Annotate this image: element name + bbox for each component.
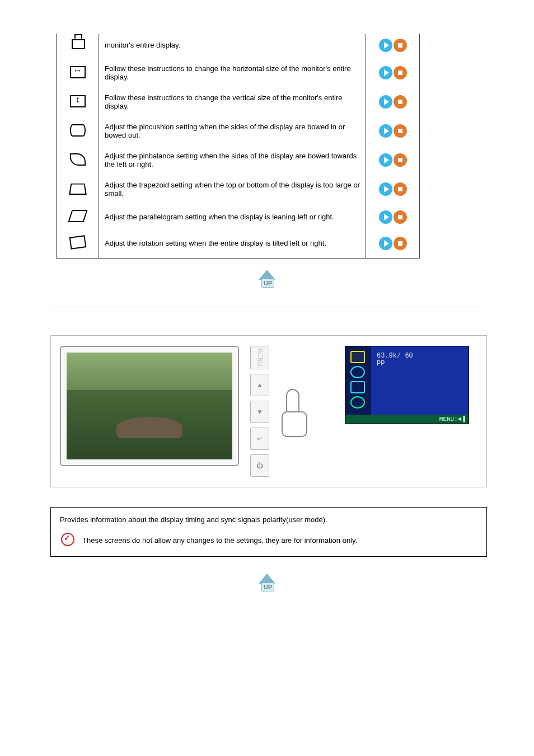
table-row: Adjust the trapezoid setting when the to… — [57, 176, 420, 205]
osd-category-icons — [345, 346, 371, 415]
setting-description: Follow these instructions to change the … — [99, 89, 366, 118]
stop-button[interactable] — [394, 153, 407, 167]
osd-main-panel: 63.9k/ 60 PP — [371, 346, 469, 415]
setting-description: Adjust the pinbalance setting when the s… — [99, 147, 366, 176]
osd-panel: 63.9k/ 60 PP MENU:◄▐ — [345, 346, 469, 424]
setting-icon-cell — [57, 60, 99, 89]
setting-action-cell — [366, 176, 420, 205]
osd-polarity-value: PP — [377, 360, 463, 368]
setting-description: Adjust the trapezoid setting when the to… — [99, 176, 366, 205]
play-button[interactable] — [379, 95, 392, 109]
pinbalance-icon — [70, 153, 86, 166]
table-row: Adjust the rotation setting when the ent… — [57, 232, 420, 259]
stop-button[interactable] — [394, 237, 407, 250]
stop-button[interactable] — [394, 182, 407, 196]
setting-action-cell — [366, 118, 420, 147]
setting-icon-cell — [57, 147, 99, 176]
osd-illustration: MENU ▲ ▼ ↵ ⏻ 63.9k/ 60 PP MENU:◄▐ — [50, 335, 487, 487]
vertical-position-icon — [70, 38, 86, 50]
osd-language-icon — [350, 366, 365, 378]
setting-icon-cell — [57, 89, 99, 118]
pincushion-icon — [70, 124, 86, 137]
osd-picture-icon — [350, 351, 365, 363]
table-row: monitor's entire display. — [57, 34, 420, 60]
setting-action-cell — [366, 60, 420, 89]
information-note: These screens do not allow any changes t… — [82, 536, 357, 544]
setting-action-cell — [366, 205, 420, 232]
monitor-screen — [67, 353, 232, 459]
hand-pointer-icon — [280, 389, 311, 434]
stop-button[interactable] — [394, 66, 407, 79]
setting-action-cell — [366, 147, 420, 176]
setting-icon-cell — [57, 34, 99, 60]
table-row: Adjust the pincushion setting when the s… — [57, 118, 420, 147]
section-divider — [50, 307, 484, 307]
monitor-button-column: MENU ▲ ▼ ↵ ⏻ — [250, 346, 269, 477]
stop-button[interactable] — [394, 124, 407, 138]
setting-icon-cell — [57, 118, 99, 147]
note-icon — [60, 533, 74, 547]
up-link[interactable] — [256, 270, 278, 290]
parallelogram-icon — [68, 210, 87, 222]
information-description-box: Provides information about the display t… — [50, 507, 487, 557]
stop-button[interactable] — [394, 95, 407, 109]
setting-description: Follow these instructions to change the … — [99, 60, 366, 89]
trapezoid-icon — [69, 184, 87, 195]
down-button[interactable]: ▼ — [250, 401, 269, 423]
geometry-settings-table: monitor's entire display.Follow these in… — [56, 34, 420, 259]
enter-button[interactable]: ↵ — [250, 428, 269, 450]
setting-action-cell — [366, 34, 420, 60]
setting-action-cell — [366, 232, 420, 259]
play-button[interactable] — [379, 39, 392, 52]
osd-footer: MENU:◄▐ — [345, 415, 469, 424]
setting-icon-cell — [57, 232, 99, 259]
monitor-graphic — [60, 346, 239, 466]
up-link[interactable] — [256, 574, 278, 594]
setting-action-cell — [366, 89, 420, 118]
menu-button[interactable]: MENU — [250, 346, 269, 369]
play-button[interactable] — [379, 153, 392, 167]
setting-description: Adjust the pincushion setting when the s… — [99, 118, 366, 147]
horizontal-size-icon — [70, 66, 86, 78]
osd-timing-value: 63.9k/ 60 — [377, 352, 463, 360]
table-row: Adjust the pinbalance setting when the s… — [57, 147, 420, 176]
setting-icon-cell — [57, 205, 99, 232]
setting-icon-cell — [57, 176, 99, 205]
table-row: Adjust the parallelogram setting when th… — [57, 205, 420, 232]
vertical-size-icon — [70, 95, 86, 107]
setting-description: Adjust the rotation setting when the ent… — [99, 232, 366, 259]
osd-geometry-icon — [350, 381, 365, 393]
osd-information-icon — [350, 396, 365, 408]
play-button[interactable] — [379, 237, 392, 250]
rotation-icon — [69, 235, 86, 250]
setting-description: Adjust the parallelogram setting when th… — [99, 205, 366, 232]
table-row: Follow these instructions to change the … — [57, 60, 420, 89]
table-row: Follow these instructions to change the … — [57, 89, 420, 118]
information-heading: Provides information about the display t… — [60, 515, 477, 524]
play-button[interactable] — [379, 210, 392, 224]
setting-description: monitor's entire display. — [99, 34, 366, 60]
play-button[interactable] — [379, 182, 392, 196]
up-button[interactable]: ▲ — [250, 374, 269, 396]
stop-button[interactable] — [394, 210, 407, 224]
play-button[interactable] — [379, 66, 392, 79]
stop-button[interactable] — [394, 39, 407, 52]
play-button[interactable] — [379, 124, 392, 138]
power-button[interactable]: ⏻ — [250, 454, 269, 477]
